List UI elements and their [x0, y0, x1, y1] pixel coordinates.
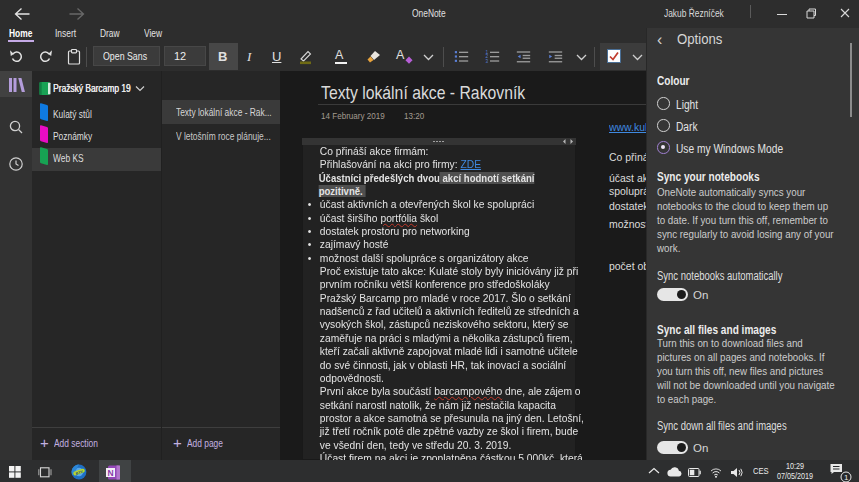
svg-text:N: N: [108, 468, 114, 478]
svg-text:1: 1: [844, 473, 849, 482]
svg-text:3: 3: [485, 59, 488, 64]
